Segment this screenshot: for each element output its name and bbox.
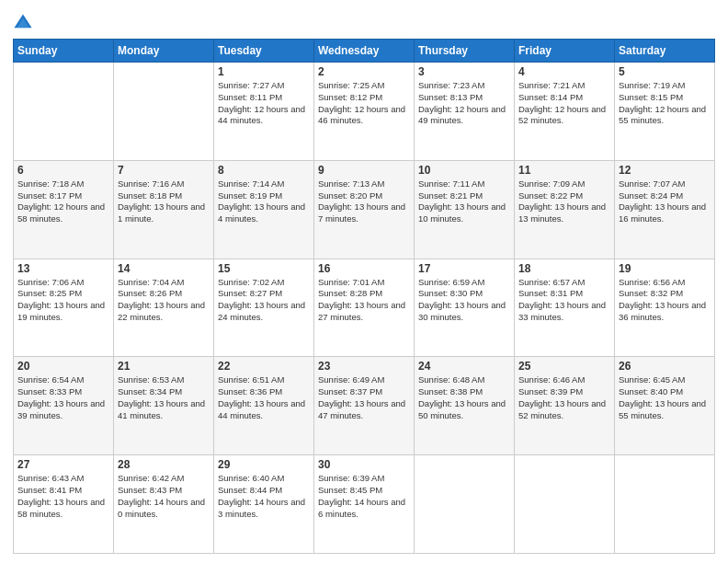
day-number: 18 xyxy=(518,262,610,275)
day-number: 14 xyxy=(118,262,210,275)
calendar-cell: 5Sunrise: 7:19 AM Sunset: 8:15 PM Daylig… xyxy=(615,63,715,161)
day-number: 19 xyxy=(619,262,711,275)
calendar-cell: 4Sunrise: 7:21 AM Sunset: 8:14 PM Daylig… xyxy=(515,63,615,161)
cell-info: Sunrise: 6:56 AM Sunset: 8:32 PM Dayligh… xyxy=(619,277,711,324)
day-number: 20 xyxy=(17,360,109,373)
cell-info: Sunrise: 6:48 AM Sunset: 8:38 PM Dayligh… xyxy=(418,374,510,421)
cell-info: Sunrise: 7:04 AM Sunset: 8:26 PM Dayligh… xyxy=(118,277,210,324)
calendar-cell: 30Sunrise: 6:39 AM Sunset: 8:45 PM Dayli… xyxy=(314,455,415,554)
col-header-sunday: Sunday xyxy=(14,40,114,63)
day-number: 8 xyxy=(218,164,310,177)
calendar-cell: 19Sunrise: 6:56 AM Sunset: 8:32 PM Dayli… xyxy=(615,259,715,357)
cell-info: Sunrise: 7:16 AM Sunset: 8:18 PM Dayligh… xyxy=(118,178,210,225)
cell-info: Sunrise: 6:40 AM Sunset: 8:44 PM Dayligh… xyxy=(218,473,310,520)
cell-info: Sunrise: 6:57 AM Sunset: 8:31 PM Dayligh… xyxy=(518,277,610,324)
calendar-cell: 2Sunrise: 7:25 AM Sunset: 8:12 PM Daylig… xyxy=(314,63,415,161)
day-number: 11 xyxy=(518,164,610,177)
calendar-cell: 1Sunrise: 7:27 AM Sunset: 8:11 PM Daylig… xyxy=(214,63,314,161)
calendar-cell xyxy=(415,455,515,554)
cell-info: Sunrise: 6:54 AM Sunset: 8:33 PM Dayligh… xyxy=(17,374,109,421)
calendar-cell: 22Sunrise: 6:51 AM Sunset: 8:36 PM Dayli… xyxy=(214,357,314,455)
col-header-wednesday: Wednesday xyxy=(314,40,415,63)
cell-info: Sunrise: 6:53 AM Sunset: 8:34 PM Dayligh… xyxy=(118,374,210,421)
calendar-cell: 3Sunrise: 7:23 AM Sunset: 8:13 PM Daylig… xyxy=(415,63,515,161)
cell-info: Sunrise: 7:11 AM Sunset: 8:21 PM Dayligh… xyxy=(418,178,510,225)
cell-info: Sunrise: 6:39 AM Sunset: 8:45 PM Dayligh… xyxy=(318,473,410,520)
cell-info: Sunrise: 7:27 AM Sunset: 8:11 PM Dayligh… xyxy=(218,80,310,127)
day-number: 27 xyxy=(17,458,109,471)
day-number: 23 xyxy=(318,360,410,373)
calendar-cell: 26Sunrise: 6:45 AM Sunset: 8:40 PM Dayli… xyxy=(615,357,715,455)
calendar-cell: 20Sunrise: 6:54 AM Sunset: 8:33 PM Dayli… xyxy=(14,357,114,455)
cell-info: Sunrise: 6:43 AM Sunset: 8:41 PM Dayligh… xyxy=(17,473,109,520)
day-number: 4 xyxy=(518,65,610,78)
calendar-cell: 17Sunrise: 6:59 AM Sunset: 8:30 PM Dayli… xyxy=(415,259,515,357)
day-number: 5 xyxy=(619,65,711,78)
calendar-cell: 11Sunrise: 7:09 AM Sunset: 8:22 PM Dayli… xyxy=(515,160,615,259)
cell-info: Sunrise: 6:46 AM Sunset: 8:39 PM Dayligh… xyxy=(518,374,610,421)
cell-info: Sunrise: 6:45 AM Sunset: 8:40 PM Dayligh… xyxy=(619,374,711,421)
cell-info: Sunrise: 6:59 AM Sunset: 8:30 PM Dayligh… xyxy=(418,277,510,324)
cell-info: Sunrise: 7:02 AM Sunset: 8:27 PM Dayligh… xyxy=(218,277,310,324)
cell-info: Sunrise: 7:07 AM Sunset: 8:24 PM Dayligh… xyxy=(619,178,711,225)
cell-info: Sunrise: 6:51 AM Sunset: 8:36 PM Dayligh… xyxy=(218,374,310,421)
page: SundayMondayTuesdayWednesdayThursdayFrid… xyxy=(0,0,728,563)
day-number: 3 xyxy=(418,65,510,78)
day-number: 28 xyxy=(118,458,210,471)
day-number: 25 xyxy=(518,360,610,373)
cell-info: Sunrise: 7:09 AM Sunset: 8:22 PM Dayligh… xyxy=(518,178,610,225)
calendar-cell: 7Sunrise: 7:16 AM Sunset: 8:18 PM Daylig… xyxy=(114,160,214,259)
header xyxy=(13,9,715,33)
day-number: 15 xyxy=(218,262,310,275)
week-row-4: 20Sunrise: 6:54 AM Sunset: 8:33 PM Dayli… xyxy=(14,357,715,455)
cell-info: Sunrise: 7:14 AM Sunset: 8:19 PM Dayligh… xyxy=(218,178,310,225)
logo-icon xyxy=(13,13,33,33)
week-row-1: 1Sunrise: 7:27 AM Sunset: 8:11 PM Daylig… xyxy=(14,63,715,161)
calendar-cell: 14Sunrise: 7:04 AM Sunset: 8:26 PM Dayli… xyxy=(114,259,214,357)
day-number: 30 xyxy=(318,458,410,471)
cell-info: Sunrise: 7:23 AM Sunset: 8:13 PM Dayligh… xyxy=(418,80,510,127)
day-number: 10 xyxy=(418,164,510,177)
calendar-cell: 18Sunrise: 6:57 AM Sunset: 8:31 PM Dayli… xyxy=(515,259,615,357)
cell-info: Sunrise: 7:13 AM Sunset: 8:20 PM Dayligh… xyxy=(318,178,410,225)
day-number: 29 xyxy=(218,458,310,471)
day-number: 2 xyxy=(318,65,410,78)
calendar-cell xyxy=(114,63,214,161)
calendar-cell: 15Sunrise: 7:02 AM Sunset: 8:27 PM Dayli… xyxy=(214,259,314,357)
calendar-cell xyxy=(515,455,615,554)
day-number: 12 xyxy=(619,164,711,177)
cell-info: Sunrise: 6:49 AM Sunset: 8:37 PM Dayligh… xyxy=(318,374,410,421)
week-row-3: 13Sunrise: 7:06 AM Sunset: 8:25 PM Dayli… xyxy=(14,259,715,357)
day-number: 6 xyxy=(17,164,109,177)
calendar-cell: 29Sunrise: 6:40 AM Sunset: 8:44 PM Dayli… xyxy=(214,455,314,554)
calendar-cell: 6Sunrise: 7:18 AM Sunset: 8:17 PM Daylig… xyxy=(14,160,114,259)
calendar-cell: 21Sunrise: 6:53 AM Sunset: 8:34 PM Dayli… xyxy=(114,357,214,455)
cell-info: Sunrise: 7:21 AM Sunset: 8:14 PM Dayligh… xyxy=(518,80,610,127)
day-number: 1 xyxy=(218,65,310,78)
day-number: 16 xyxy=(318,262,410,275)
col-header-friday: Friday xyxy=(515,40,615,63)
calendar-cell: 12Sunrise: 7:07 AM Sunset: 8:24 PM Dayli… xyxy=(615,160,715,259)
calendar-cell: 23Sunrise: 6:49 AM Sunset: 8:37 PM Dayli… xyxy=(314,357,415,455)
cell-info: Sunrise: 7:06 AM Sunset: 8:25 PM Dayligh… xyxy=(17,277,109,324)
calendar-cell: 16Sunrise: 7:01 AM Sunset: 8:28 PM Dayli… xyxy=(314,259,415,357)
cell-info: Sunrise: 6:42 AM Sunset: 8:43 PM Dayligh… xyxy=(118,473,210,520)
calendar-cell: 24Sunrise: 6:48 AM Sunset: 8:38 PM Dayli… xyxy=(415,357,515,455)
cell-info: Sunrise: 7:19 AM Sunset: 8:15 PM Dayligh… xyxy=(619,80,711,127)
logo xyxy=(13,13,36,33)
calendar-cell: 13Sunrise: 7:06 AM Sunset: 8:25 PM Dayli… xyxy=(14,259,114,357)
calendar-cell: 25Sunrise: 6:46 AM Sunset: 8:39 PM Dayli… xyxy=(515,357,615,455)
day-number: 21 xyxy=(118,360,210,373)
cell-info: Sunrise: 7:18 AM Sunset: 8:17 PM Dayligh… xyxy=(17,178,109,225)
day-number: 24 xyxy=(418,360,510,373)
col-header-tuesday: Tuesday xyxy=(214,40,314,63)
col-header-thursday: Thursday xyxy=(415,40,515,63)
calendar-cell xyxy=(14,63,114,161)
day-number: 17 xyxy=(418,262,510,275)
calendar-cell: 9Sunrise: 7:13 AM Sunset: 8:20 PM Daylig… xyxy=(314,160,415,259)
day-number: 9 xyxy=(318,164,410,177)
day-number: 26 xyxy=(619,360,711,373)
cell-info: Sunrise: 7:01 AM Sunset: 8:28 PM Dayligh… xyxy=(318,277,410,324)
week-row-2: 6Sunrise: 7:18 AM Sunset: 8:17 PM Daylig… xyxy=(14,160,715,259)
calendar-header-row: SundayMondayTuesdayWednesdayThursdayFrid… xyxy=(14,40,715,63)
